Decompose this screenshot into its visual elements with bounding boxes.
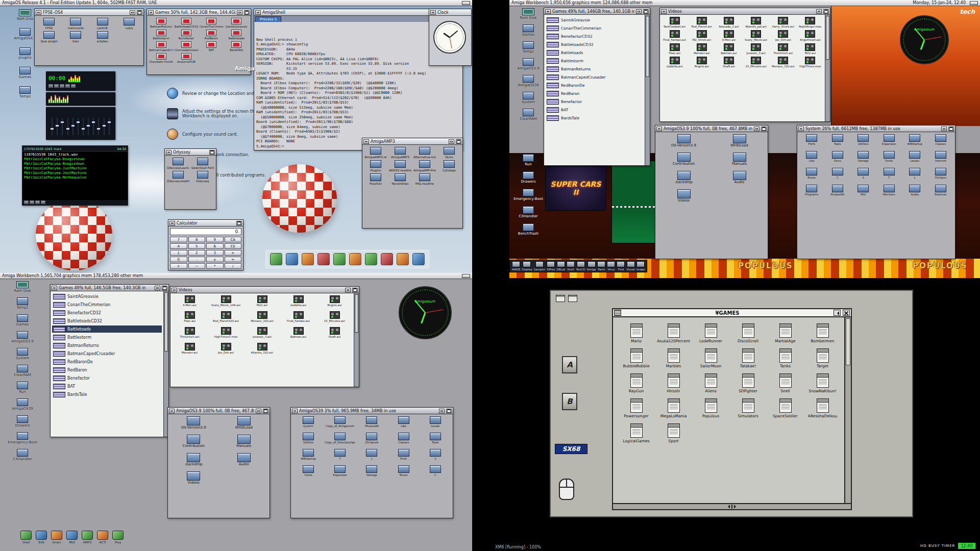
zoom-gadget[interactable] [816, 9, 822, 14]
titlebar[interactable]: AmigaOS3.9 100% full, 0B free, 467.8MB i… [655, 126, 768, 132]
dock-icon[interactable] [412, 253, 425, 265]
video-file-icon[interactable]: Menace_320.avi [771, 57, 796, 68]
depth-gadget[interactable] [761, 127, 767, 131]
game-file-icon[interactable]: Aliens [693, 373, 729, 393]
dock-icon[interactable] [270, 253, 282, 265]
game-file-icon[interactable]: Powersonger [618, 398, 654, 418]
zoom-gadget[interactable] [941, 127, 947, 131]
drawer-item[interactable]: Prefs [388, 449, 419, 461]
window-control-icon[interactable] [568, 295, 577, 302]
titlebar[interactable]: System 26% full, 6612MB free, 1387MB in … [797, 126, 955, 132]
game-file-icon[interactable]: Asuka120Percent [655, 323, 692, 343]
video-file-icon[interactable]: Batman.avi [281, 327, 315, 339]
drawer-item[interactable]: T [325, 449, 355, 461]
game-icon-item[interactable]: ConanTheCimmerian [200, 18, 224, 29]
game-item[interactable]: RedBaronDe [52, 358, 162, 365]
video-file-icon[interactable]: 15_Minutes.avi [317, 311, 352, 323]
drawer-item[interactable]: Contribution [657, 153, 710, 166]
desktop-icon[interactable]: Games [6, 314, 39, 327]
drawer-item[interactable]: .backdrop [170, 453, 217, 466]
dock-icon[interactable] [349, 253, 361, 265]
game-file-icon[interactable]: LogicalGames [618, 423, 654, 443]
drawer-item[interactable]: Locale [420, 416, 451, 428]
calc-key[interactable]: . [188, 257, 206, 262]
file-icon[interactable]: subq [117, 18, 141, 30]
calc-key[interactable]: × [225, 250, 242, 256]
game-file-icon[interactable]: Tanks [767, 348, 803, 368]
game-item[interactable]: BattletoadsCD32 [52, 317, 162, 324]
game-item[interactable]: BatmanReturns [52, 342, 162, 349]
video-file-icon[interactable]: 15_Minutes.avi [744, 57, 769, 68]
drawer-item[interactable]: Programs [799, 185, 824, 196]
drawer-item[interactable]: Rexxc [388, 465, 419, 477]
desktop-icon[interactable]: Drawers [6, 415, 39, 428]
desktop-icon[interactable]: CXHandler [6, 449, 39, 461]
video-file-icon[interactable]: X-Men.avi [173, 295, 207, 307]
file-icon[interactable]: FPSE [37, 18, 61, 30]
drawer-item[interactable]: OS-Version3.9 [657, 134, 710, 147]
depth-gadget[interactable] [948, 127, 954, 131]
video-file-icon[interactable]: X-Men.avi [716, 30, 741, 42]
game-icon-item[interactable]: Battlestorm [149, 30, 173, 40]
calc-key[interactable]: CA [225, 237, 242, 242]
game-item[interactable]: SaintAGreavsie [546, 16, 643, 23]
close-gadget[interactable] [148, 10, 154, 15]
video-file-icon[interactable]: Jurassic_3.avi [245, 327, 279, 339]
game-item[interactable]: BatmanReturns [546, 65, 643, 72]
add-button[interactable] [24, 201, 29, 204]
titlebar[interactable]: Calculator [168, 220, 243, 227]
calc-key[interactable]: * [206, 263, 224, 269]
video-file-icon[interactable]: Scary_Movie.avi [744, 30, 769, 42]
drawer-item[interactable]: WBStartup [293, 449, 324, 461]
screen-depth-gadget[interactable] [462, 274, 470, 278]
drawer-item[interactable]: Expansion [877, 134, 902, 146]
game-file-icon[interactable]: Populous [693, 398, 729, 418]
game-item[interactable]: BatmanCapedCrusader [52, 350, 162, 357]
dock-icon[interactable] [365, 253, 377, 265]
drawer-item[interactable]: Fonts [293, 465, 324, 477]
remove-button[interactable] [30, 201, 34, 204]
desktop-icon[interactable]: Tempz [513, 41, 543, 54]
game-file-icon[interactable]: MegaLoMania [655, 398, 692, 418]
drawer-item[interactable]: S [851, 168, 876, 180]
calc-key[interactable]: / [225, 263, 242, 269]
desktop-icon[interactable]: Drawers [513, 171, 543, 184]
titlebar[interactable]: FPSE-OS4 [35, 9, 143, 16]
dock-item[interactable]: Shell [20, 531, 32, 544]
drawer-item[interactable]: Fonts [877, 151, 902, 163]
drawer-item[interactable]: C [420, 465, 451, 477]
drawer-item[interactable]: WHDLoad [220, 416, 268, 430]
depth-gadget[interactable] [446, 409, 452, 413]
file-icon[interactable]: bios [63, 31, 88, 43]
close-gadget[interactable] [661, 9, 667, 14]
calc-key[interactable]: 0 [170, 257, 187, 262]
calc-key[interactable]: 4 [170, 243, 187, 249]
drawer-item[interactable]: Trashcan [928, 185, 953, 196]
drawer-item[interactable]: Libs [799, 151, 824, 163]
drawer-item[interactable]: Copy_of_Amiganium [325, 416, 355, 428]
video-file-icon[interactable]: Regels.avi [689, 57, 714, 68]
drawer-item[interactable]: Classes [928, 134, 953, 146]
taskbar-item[interactable]: Sampler [533, 261, 545, 271]
game-file-icon[interactable]: Target [804, 348, 841, 368]
floppy-drive-b-icon[interactable]: B [562, 393, 577, 410]
video-file-icon[interactable]: Final_Fantasi.avi [281, 311, 315, 323]
video-file-icon[interactable]: AngelHeart.avi [798, 30, 823, 42]
shell-tab[interactable]: Process 5 [255, 16, 281, 22]
desktop-icon[interactable]: AmigaOS3.9 [513, 58, 543, 70]
vertical-scrollbar[interactable] [354, 293, 359, 387]
playlist-titlebar[interactable]: 1707615530 1043_track 04:30 [22, 146, 128, 152]
horizontal-scrollbar[interactable] [613, 503, 851, 509]
file-icon[interactable]: Plugins [364, 160, 387, 172]
drawer-item[interactable]: MUI [851, 185, 876, 196]
menu-gadget[interactable] [614, 310, 621, 316]
zoom-gadget[interactable] [754, 127, 760, 131]
file-icon[interactable]: Catalogs [438, 160, 460, 172]
video-file-icon[interactable]: TackFootball.avi [662, 17, 687, 29]
zoom-gadget[interactable] [636, 9, 642, 14]
titlebar[interactable]: AmigaOS39 3% full, 965.9MB free, 34MB in… [291, 408, 453, 414]
titlebar[interactable]: Odyssey [165, 149, 216, 156]
scroll-left-icon[interactable] [726, 505, 730, 509]
video-file-icon[interactable]: M22.avi [798, 43, 823, 55]
game-file-icon[interactable]: Snell [767, 373, 803, 393]
